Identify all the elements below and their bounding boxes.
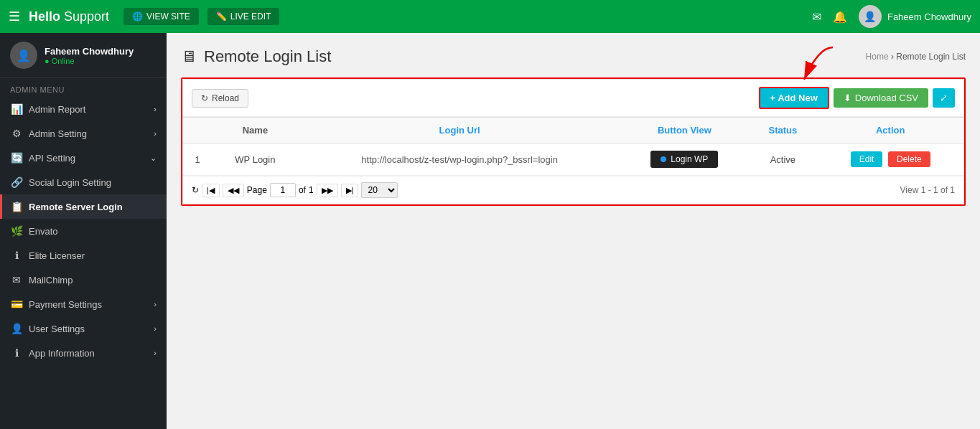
chevron-right-icon: › xyxy=(154,300,157,308)
admin-setting-icon: ⚙ xyxy=(10,128,23,139)
remote-server-icon: 📋 xyxy=(10,201,23,212)
sidebar-item-payment-settings[interactable]: 💳 Payment Settings › xyxy=(0,292,167,316)
toolbar-right: + Add New ⬇ Download CSV ⤢ xyxy=(759,87,956,109)
edit-button[interactable]: Edit xyxy=(851,151,883,167)
refresh-icon: ↻ xyxy=(192,185,199,195)
row-actions: Edit Delete xyxy=(817,143,963,176)
admin-report-icon: 📊 xyxy=(10,103,23,115)
prev-page-button[interactable]: ◀◀ xyxy=(223,184,244,197)
row-login-url: http://localhost/z-test/wp-login.php?_bs… xyxy=(299,143,621,176)
top-bar: ☰ Hello Support 🌐 VIEW SITE ✏️ LIVE EDIT… xyxy=(0,0,980,33)
table-toolbar: ↻ Reload xyxy=(183,80,963,117)
edit-icon: ✏️ xyxy=(216,11,227,22)
chevron-right-icon: › xyxy=(154,324,157,333)
app-information-icon: ℹ xyxy=(10,347,23,359)
sidebar-item-label: Social Login Setting xyxy=(29,177,111,188)
sidebar-item-elite-licenser[interactable]: ℹ Elite Licenser xyxy=(0,243,167,268)
pagination: ↻ |◀ ◀◀ Page of 1 ▶▶ ▶| 20 50 100 xyxy=(192,182,398,198)
main-layout: 👤 Faheem Chowdhury Online ADMIN MENU 📊 A… xyxy=(0,33,980,429)
row-status: Active xyxy=(748,143,817,176)
sidebar-item-label: User Settings xyxy=(29,324,85,334)
sidebar-item-admin-report[interactable]: 📊 Admin Report › xyxy=(0,97,167,121)
live-edit-button[interactable]: ✏️ LIVE EDIT xyxy=(207,8,280,25)
per-page-select[interactable]: 20 50 100 xyxy=(361,182,398,198)
view-info: View 1 - 1 of 1 xyxy=(900,185,956,195)
breadcrumb-home[interactable]: Home xyxy=(866,52,889,62)
sidebar-section-label: ADMIN MENU xyxy=(0,78,167,97)
mailchimp-icon: ✉ xyxy=(10,274,23,286)
elite-licenser-icon: ℹ xyxy=(10,250,23,261)
login-wp-button-preview: Login WP xyxy=(650,151,718,168)
table-row: 1 WP Login http://localhost/z-test/wp-lo… xyxy=(183,143,963,176)
chevron-right-icon: › xyxy=(154,349,157,357)
last-page-button[interactable]: ▶| xyxy=(341,184,359,197)
expand-button[interactable]: ⤢ xyxy=(933,88,955,108)
sidebar-item-app-information[interactable]: ℹ App Information › xyxy=(0,341,167,365)
payment-settings-icon: 💳 xyxy=(10,298,23,310)
sidebar-user-status: Online xyxy=(45,57,134,65)
of-label: of xyxy=(299,185,306,195)
page-input[interactable] xyxy=(270,183,296,197)
sidebar-item-label: Admin Report xyxy=(29,104,85,115)
table-header: Name Login Url Button View Status Action xyxy=(183,118,963,143)
page-title: 🖥 Remote Login List xyxy=(181,47,331,66)
chevron-down-icon: ⌄ xyxy=(150,154,157,163)
sidebar-item-api-setting[interactable]: 🔄 API Setting ⌄ xyxy=(0,146,167,170)
chevron-right-icon: › xyxy=(154,129,157,138)
sidebar-item-social-login[interactable]: 🔗 Social Login Setting xyxy=(0,170,167,194)
first-page-button[interactable]: |◀ xyxy=(202,184,220,197)
reload-icon: ↻ xyxy=(201,93,208,103)
next-page-button[interactable]: ▶▶ xyxy=(317,184,338,197)
row-number: 1 xyxy=(183,143,212,176)
download-csv-button[interactable]: ⬇ Download CSV xyxy=(834,88,928,108)
table-footer: ↻ |◀ ◀◀ Page of 1 ▶▶ ▶| 20 50 100 xyxy=(183,176,963,204)
envato-icon: 🌿 xyxy=(10,225,23,237)
sidebar-item-envato[interactable]: 🌿 Envato xyxy=(0,219,167,243)
sidebar-item-label: Remote Server Login xyxy=(29,202,123,212)
button-dot-icon xyxy=(661,156,666,162)
app-logo: Hello Support xyxy=(29,9,109,24)
hamburger-button[interactable]: ☰ xyxy=(9,9,20,24)
breadcrumb-current: Remote Login List xyxy=(896,52,966,62)
sidebar-item-admin-setting[interactable]: ⚙ Admin Setting › xyxy=(0,121,167,146)
data-table: Name Login Url Button View Status Action… xyxy=(183,117,963,176)
social-login-icon: 🔗 xyxy=(10,176,23,188)
avatar: 👤 xyxy=(859,5,882,28)
top-bar-right: ✉ 🔔 👤 Faheem Chowdhury xyxy=(812,5,971,28)
bell-icon-button[interactable]: 🔔 xyxy=(833,10,847,24)
user-settings-icon: 👤 xyxy=(10,323,23,334)
reload-button[interactable]: ↻ Reload xyxy=(192,89,248,108)
total-pages: 1 xyxy=(309,185,314,195)
api-setting-icon: 🔄 xyxy=(10,152,23,164)
sidebar-item-label: Admin Setting xyxy=(29,128,87,139)
sidebar-item-label: MailChimp xyxy=(29,275,73,286)
sidebar-user-name: Faheem Chowdhury xyxy=(45,46,134,57)
sidebar-item-remote-server-login[interactable]: 📋 Remote Server Login xyxy=(0,194,167,219)
sidebar-item-label: App Information xyxy=(29,348,95,359)
mail-icon-button[interactable]: ✉ xyxy=(812,10,821,24)
sidebar-item-label: Elite Licenser xyxy=(29,250,85,261)
expand-icon: ⤢ xyxy=(940,93,948,103)
page-label: Page xyxy=(247,185,267,195)
chevron-right-icon: › xyxy=(154,105,157,113)
view-site-button[interactable]: 🌐 VIEW SITE xyxy=(123,8,199,25)
col-button-view-header: Button View xyxy=(620,118,748,143)
breadcrumb: Home › Remote Login List xyxy=(866,52,966,62)
delete-button[interactable]: Delete xyxy=(888,151,930,167)
sidebar-user: 👤 Faheem Chowdhury Online xyxy=(0,33,167,78)
row-name: WP Login xyxy=(212,143,299,176)
sidebar-avatar: 👤 xyxy=(10,42,37,69)
page-header: 🖥 Remote Login List Home › Remote Login … xyxy=(181,47,966,66)
table-card: ↻ Reload xyxy=(181,77,966,206)
sidebar-item-user-settings[interactable]: 👤 User Settings › xyxy=(0,316,167,341)
user-info[interactable]: 👤 Faheem Chowdhury xyxy=(859,5,971,28)
content-area: 🖥 Remote Login List Home › Remote Login … xyxy=(167,33,980,429)
row-button-view: Login WP xyxy=(620,143,748,176)
sidebar-item-label: API Setting xyxy=(29,153,75,164)
sidebar-item-mailchimp[interactable]: ✉ MailChimp xyxy=(0,268,167,292)
add-new-button[interactable]: + Add New xyxy=(759,87,829,109)
col-index xyxy=(183,118,212,143)
globe-icon: 🌐 xyxy=(132,11,143,22)
user-name: Faheem Chowdhury xyxy=(887,11,971,22)
sidebar: 👤 Faheem Chowdhury Online ADMIN MENU 📊 A… xyxy=(0,33,167,429)
